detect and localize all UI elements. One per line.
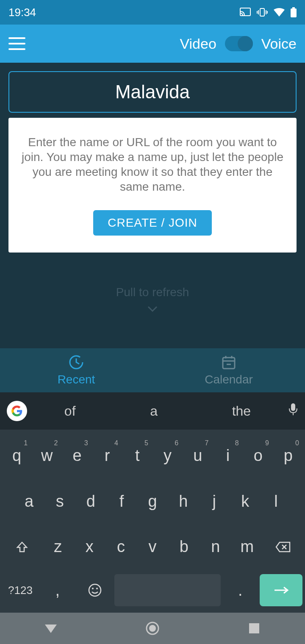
menu-icon[interactable] [8,37,25,50]
tab-recent-label: Recent [58,373,95,386]
bottom-tabs: Recent Calendar [0,348,305,392]
svg-point-23 [149,625,156,632]
svg-point-19 [92,588,94,589]
suggestion-1[interactable]: of [56,403,84,419]
key-h[interactable]: h [169,483,198,519]
calendar-icon [221,354,237,370]
key-w[interactable]: w2 [33,438,61,474]
key-e[interactable]: e3 [63,438,91,474]
suggestions: of a the [27,403,288,419]
key-rows: q1w2e3r4t5y6u7i8o9p0 asdfghjkl zxcvbnm ?… [0,430,305,613]
chevron-down-icon [8,303,297,314]
status-icons [240,7,297,17]
key-d[interactable]: d [76,483,105,519]
status-bar: 19:34 [0,0,305,25]
app-bar: Video Voice [0,25,305,63]
key-i[interactable]: i8 [214,438,242,474]
nav-back[interactable] [42,620,59,637]
google-icon[interactable] [7,401,27,421]
svg-point-20 [96,588,98,589]
key-g[interactable]: g [138,483,167,519]
key-q[interactable]: q1 [3,438,31,474]
key-m[interactable]: m [232,529,262,565]
svg-rect-14 [291,403,295,411]
key-j[interactable]: j [200,483,229,519]
comma-key[interactable]: , [40,574,75,606]
key-r[interactable]: r4 [93,438,122,474]
key-v[interactable]: v [138,529,167,565]
nav-home[interactable] [144,620,161,637]
space-key[interactable] [114,574,221,606]
key-row-1: q1w2e3r4t5y6u7i8o9p0 [2,437,303,475]
toggle-thumb [238,36,253,51]
suggestion-bar: of a the [0,392,305,430]
enter-key[interactable] [260,574,302,606]
mode-toggle[interactable] [225,36,253,51]
key-k[interactable]: k [230,483,260,519]
battery-icon [291,7,297,17]
svg-rect-1 [260,8,264,16]
mic-icon[interactable] [288,402,298,419]
svg-rect-24 [249,623,259,633]
vibrate-icon [257,8,268,17]
info-card: Enter the name or URL of the room you wa… [8,118,297,253]
key-c[interactable]: c [106,529,136,565]
suggestion-2[interactable]: a [141,403,166,419]
svg-point-18 [89,584,101,596]
keyboard: of a the q1w2e3r4t5y6u7i8o9p0 asdfghjkl … [0,392,305,613]
svg-rect-9 [223,358,235,369]
key-z[interactable]: z [43,529,73,565]
tab-recent[interactable]: Recent [0,348,152,392]
key-row-4: ?123 , . [2,573,303,607]
key-n[interactable]: n [201,529,230,565]
key-y[interactable]: y6 [153,438,182,474]
emoji-key[interactable] [77,574,113,606]
status-time: 19:34 [8,6,36,19]
cast-icon [240,8,251,17]
key-l[interactable]: l [261,483,291,519]
key-s[interactable]: s [45,483,75,519]
room-name-input[interactable] [8,71,297,113]
video-label: Video [180,36,216,52]
key-p[interactable]: p0 [274,438,302,474]
svg-rect-7 [292,7,295,8]
wifi-icon [274,8,285,17]
key-a[interactable]: a [14,483,44,519]
tab-calendar-label: Calendar [205,373,253,386]
backspace-key[interactable] [263,529,302,565]
nav-recent[interactable] [246,620,263,637]
shift-key[interactable] [3,529,42,565]
key-row-3: zxcvbnm [2,528,303,566]
svg-rect-6 [291,8,297,17]
symbol-key[interactable]: ?123 [3,574,38,606]
help-text: Enter the name or URL of the room you wa… [21,135,284,194]
key-t[interactable]: t5 [123,438,152,474]
key-o[interactable]: o9 [244,438,272,474]
period-key[interactable]: . [222,574,258,606]
navigation-bar [0,613,305,644]
pull-to-refresh[interactable]: Pull to refresh [8,286,297,314]
history-icon [68,354,84,370]
main-content: Enter the name or URL of the room you wa… [0,63,305,323]
key-x[interactable]: x [75,529,104,565]
voice-label: Voice [261,36,297,52]
create-join-button[interactable]: CREATE / JOIN [93,210,212,236]
key-row-2: asdfghjkl [2,482,303,520]
key-b[interactable]: b [169,529,199,565]
key-u[interactable]: u7 [183,438,212,474]
pull-refresh-label: Pull to refresh [8,286,297,299]
suggestion-3[interactable]: the [224,403,259,419]
tab-calendar[interactable]: Calendar [152,348,305,392]
key-f[interactable]: f [107,483,136,519]
